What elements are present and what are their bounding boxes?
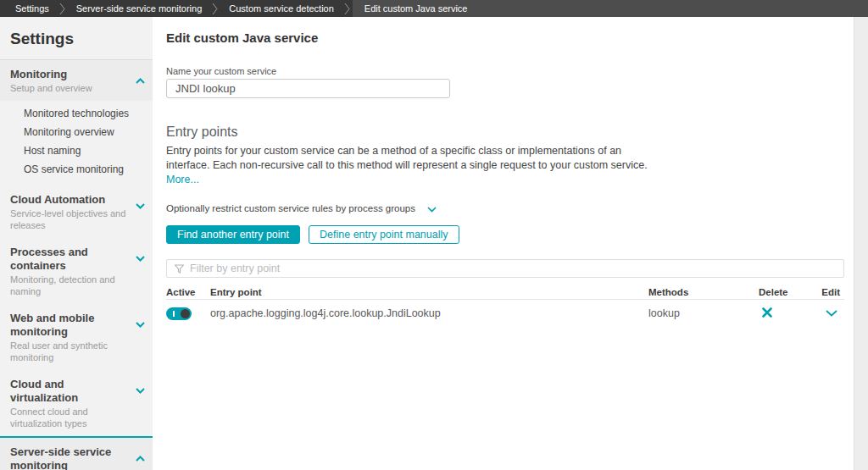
define-entry-point-button[interactable]: Define entry point manually — [309, 225, 459, 244]
breadcrumb: Settings Server-side service monitoring … — [0, 0, 868, 17]
sidebar-item-os-service-monitoring[interactable]: OS service monitoring — [0, 160, 153, 179]
section-label: Cloud and virtualization — [10, 378, 131, 405]
active-toggle[interactable] — [166, 307, 192, 320]
settings-sidebar: Settings Monitoring Setup and overview M… — [0, 17, 153, 470]
chevron-down-icon — [136, 382, 145, 397]
sidebar-section-processes-containers[interactable]: Processes and containers Monitoring, det… — [0, 238, 153, 304]
chevron-down-icon — [136, 316, 145, 331]
toggle-knob — [181, 309, 190, 318]
entry-points-heading: Entry points — [166, 124, 237, 140]
chevron-right-icon — [344, 3, 351, 15]
chevron-down-icon — [136, 197, 145, 213]
column-header-active: Active — [166, 287, 210, 297]
section-subtitle: Service-level objectives and releases — [10, 207, 131, 231]
entry-points-table: Active Entry point Methods Delete Edit o… — [166, 285, 844, 327]
table-row: org.apache.logging.log4j.core.lookup.Jnd… — [166, 300, 844, 327]
chevron-down-icon — [427, 201, 437, 216]
name-field-label: Name your custom service — [166, 66, 276, 76]
section-label: Server-side service monitoring — [10, 445, 131, 470]
restrict-label: Optionally restrict custom service rules… — [166, 203, 415, 213]
section-subtitle: Setup and overview — [10, 82, 131, 94]
edit-cell — [810, 310, 844, 317]
sidebar-item-host-naming[interactable]: Host naming — [0, 141, 153, 160]
sidebar-section-web-mobile[interactable]: Web and mobile monitoring Real user and … — [0, 304, 153, 370]
main-content: Edit custom Java service Name your custo… — [166, 17, 844, 470]
subnav-monitoring: Monitored technologies Monitoring overvi… — [0, 101, 153, 185]
settings-screen: Settings Server-side service monitoring … — [0, 0, 868, 470]
breadcrumb-item-server-side[interactable]: Server-side service monitoring — [68, 3, 211, 14]
find-entry-point-button[interactable]: Find another entry point — [166, 225, 300, 244]
filter-funnel-icon — [175, 264, 184, 274]
section-label: Cloud Automation — [10, 193, 131, 207]
more-link[interactable]: More... — [166, 174, 199, 185]
section-label: Monitoring — [10, 68, 131, 81]
methods-cell: lookup — [648, 307, 755, 319]
toggle-on-mark — [173, 311, 175, 317]
service-name-input[interactable] — [166, 79, 450, 98]
sidebar-item-monitored-technologies[interactable]: Monitored technologies — [0, 104, 153, 123]
chevron-up-icon — [136, 72, 145, 87]
breadcrumb-item-settings[interactable]: Settings — [7, 3, 58, 14]
sidebar-item-monitoring-overview[interactable]: Monitoring overview — [0, 123, 153, 141]
restrict-by-process-groups-toggle[interactable]: Optionally restrict custom service rules… — [166, 201, 437, 216]
page-title: Edit custom Java service — [166, 30, 318, 45]
entry-point-actions: Find another entry point Define entry po… — [166, 225, 459, 244]
column-header-edit: Edit — [810, 287, 844, 297]
filter-input[interactable] — [190, 263, 843, 274]
entry-point-filter — [166, 259, 844, 278]
column-header-delete: Delete — [755, 287, 810, 297]
breadcrumb-dark-segment: Settings Server-side service monitoring … — [0, 0, 353, 17]
sidebar-section-server-side-monitoring[interactable]: Server-side service monitoring Manage an… — [0, 438, 153, 470]
delete-x-icon[interactable] — [762, 307, 772, 318]
scrollbar-track[interactable] — [854, 17, 868, 470]
section-subtitle: Real user and synthetic monitoring — [10, 340, 131, 363]
chevron-right-icon — [59, 3, 66, 15]
sidebar-section-cloud-virtualization[interactable]: Cloud and virtualization Connect cloud a… — [0, 370, 153, 436]
breadcrumb-item-current: Edit custom Java service — [353, 0, 468, 17]
entry-points-description: Entry points for your custom service can… — [166, 144, 656, 187]
active-cell — [166, 307, 210, 320]
section-subtitle: Connect cloud and virtualization types — [10, 406, 131, 429]
section-subtitle: Monitoring, detection and naming — [10, 274, 131, 297]
chevron-right-icon — [212, 3, 219, 15]
column-header-methods: Methods — [648, 287, 755, 297]
column-header-entry-point: Entry point — [210, 287, 648, 297]
breadcrumb-item-custom-service-detection[interactable]: Custom service detection — [220, 3, 342, 14]
entry-point-cell: org.apache.logging.log4j.core.lookup.Jnd… — [210, 307, 648, 319]
table-header-row: Active Entry point Methods Delete Edit — [166, 285, 844, 300]
sidebar-title: Settings — [0, 17, 153, 59]
section-label: Web and mobile monitoring — [10, 312, 131, 339]
sidebar-section-cloud-automation[interactable]: Cloud Automation Service-level objective… — [0, 185, 153, 238]
description-text: Entry points for your custom service can… — [166, 145, 648, 171]
chevron-down-icon — [136, 250, 145, 265]
section-label: Processes and containers — [10, 246, 131, 273]
delete-cell — [755, 307, 810, 320]
chevron-up-icon — [136, 450, 145, 465]
edit-chevron-down-icon[interactable] — [826, 310, 837, 317]
sidebar-section-monitoring[interactable]: Monitoring Setup and overview — [0, 60, 153, 101]
